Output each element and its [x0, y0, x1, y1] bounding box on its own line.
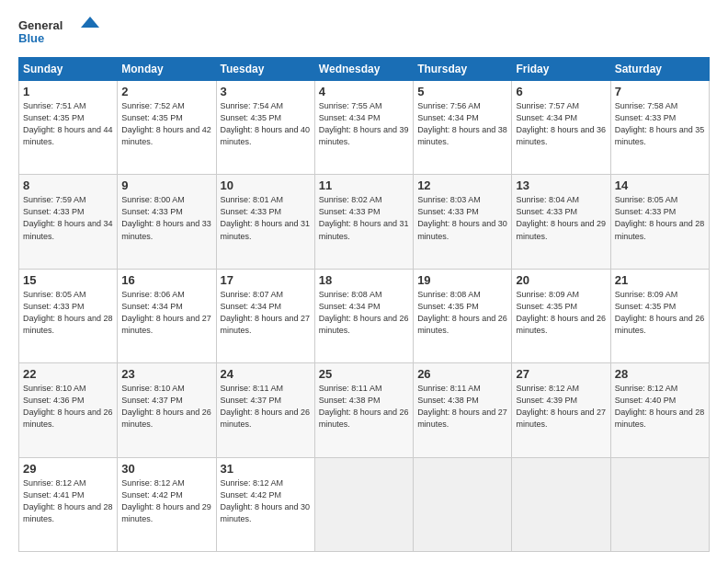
day-info: Sunrise: 7:52 AMSunset: 4:35 PMDaylight:… — [121, 100, 211, 148]
day-info: Sunrise: 8:10 AMSunset: 4:37 PMDaylight:… — [121, 383, 211, 431]
weekday-header-thursday: Thursday — [414, 58, 512, 81]
weekday-header-wednesday: Wednesday — [314, 58, 413, 81]
day-info: Sunrise: 8:11 AMSunset: 4:38 PMDaylight:… — [319, 383, 409, 431]
day-number: 2 — [121, 85, 211, 98]
calendar-cell: 18Sunrise: 8:08 AMSunset: 4:34 PMDayligh… — [314, 269, 413, 362]
day-info: Sunrise: 8:05 AMSunset: 4:33 PMDaylight:… — [23, 289, 113, 337]
day-number: 12 — [417, 178, 507, 192]
day-number: 16 — [121, 273, 211, 287]
day-info: Sunrise: 8:01 AMSunset: 4:33 PMDaylight:… — [221, 194, 311, 242]
calendar-cell: 27Sunrise: 8:12 AMSunset: 4:39 PMDayligh… — [512, 363, 610, 457]
day-number: 26 — [417, 367, 507, 381]
calendar-cell: 23Sunrise: 8:10 AMSunset: 4:37 PMDayligh… — [118, 363, 216, 457]
logo: General Blue — [18, 15, 101, 48]
calendar-cell: 15Sunrise: 8:05 AMSunset: 4:33 PMDayligh… — [19, 269, 118, 362]
day-info: Sunrise: 8:11 AMSunset: 4:37 PMDaylight:… — [221, 383, 311, 431]
day-info: Sunrise: 8:07 AMSunset: 4:34 PMDaylight:… — [221, 289, 311, 337]
calendar-cell: 21Sunrise: 8:09 AMSunset: 4:35 PMDayligh… — [610, 269, 709, 362]
calendar-cell: 8Sunrise: 7:59 AMSunset: 4:33 PMDaylight… — [19, 175, 118, 269]
calendar-cell: 30Sunrise: 8:12 AMSunset: 4:42 PMDayligh… — [118, 457, 216, 551]
calendar-cell: 10Sunrise: 8:01 AMSunset: 4:33 PMDayligh… — [216, 175, 314, 269]
day-info: Sunrise: 8:03 AMSunset: 4:33 PMDaylight:… — [417, 194, 507, 242]
day-number: 20 — [516, 273, 606, 287]
calendar-cell: 4Sunrise: 7:55 AMSunset: 4:34 PMDaylight… — [314, 81, 413, 175]
calendar-cell: 13Sunrise: 8:04 AMSunset: 4:33 PMDayligh… — [512, 175, 610, 269]
day-number: 24 — [221, 367, 311, 381]
day-number: 10 — [221, 178, 311, 192]
day-number: 9 — [121, 178, 211, 192]
day-info: Sunrise: 7:56 AMSunset: 4:34 PMDaylight:… — [417, 100, 507, 148]
calendar-cell — [314, 457, 413, 551]
day-info: Sunrise: 8:09 AMSunset: 4:35 PMDaylight:… — [615, 289, 705, 337]
day-number: 6 — [516, 85, 606, 98]
day-number: 4 — [319, 85, 409, 98]
day-number: 18 — [319, 273, 409, 287]
calendar-cell: 28Sunrise: 8:12 AMSunset: 4:40 PMDayligh… — [610, 363, 709, 457]
calendar-cell: 2Sunrise: 7:52 AMSunset: 4:35 PMDaylight… — [118, 81, 216, 175]
svg-text:General: General — [18, 18, 63, 32]
calendar-cell: 26Sunrise: 8:11 AMSunset: 4:38 PMDayligh… — [414, 363, 512, 457]
calendar-cell — [512, 457, 610, 551]
day-info: Sunrise: 7:59 AMSunset: 4:33 PMDaylight:… — [23, 194, 113, 242]
calendar-cell: 31Sunrise: 8:12 AMSunset: 4:42 PMDayligh… — [216, 457, 314, 551]
weekday-header-saturday: Saturday — [610, 58, 709, 81]
day-info: Sunrise: 8:11 AMSunset: 4:38 PMDaylight:… — [417, 383, 507, 431]
calendar-cell: 12Sunrise: 8:03 AMSunset: 4:33 PMDayligh… — [414, 175, 512, 269]
day-number: 14 — [615, 178, 705, 192]
day-number: 23 — [121, 367, 211, 381]
day-info: Sunrise: 8:02 AMSunset: 4:33 PMDaylight:… — [319, 194, 409, 242]
day-info: Sunrise: 8:08 AMSunset: 4:34 PMDaylight:… — [319, 289, 409, 337]
weekday-header-friday: Friday — [512, 58, 610, 81]
day-info: Sunrise: 8:12 AMSunset: 4:41 PMDaylight:… — [23, 477, 113, 525]
calendar-cell: 16Sunrise: 8:06 AMSunset: 4:34 PMDayligh… — [118, 269, 216, 362]
day-info: Sunrise: 8:12 AMSunset: 4:42 PMDaylight:… — [121, 477, 211, 525]
day-number: 29 — [23, 462, 113, 476]
calendar-cell: 3Sunrise: 7:54 AMSunset: 4:35 PMDaylight… — [216, 81, 314, 175]
day-number: 15 — [23, 273, 113, 287]
day-info: Sunrise: 8:00 AMSunset: 4:33 PMDaylight:… — [121, 194, 211, 242]
weekday-header-monday: Monday — [118, 58, 216, 81]
day-info: Sunrise: 8:05 AMSunset: 4:33 PMDaylight:… — [615, 194, 705, 242]
day-number: 1 — [23, 85, 113, 98]
day-number: 11 — [319, 178, 409, 192]
day-info: Sunrise: 7:57 AMSunset: 4:34 PMDaylight:… — [516, 100, 606, 148]
generalblue-logo: General Blue — [18, 15, 101, 48]
calendar-cell — [610, 457, 709, 551]
calendar-cell: 6Sunrise: 7:57 AMSunset: 4:34 PMDaylight… — [512, 81, 610, 175]
day-number: 22 — [23, 367, 113, 381]
header: General Blue — [18, 15, 710, 48]
day-info: Sunrise: 8:12 AMSunset: 4:42 PMDaylight:… — [221, 477, 311, 525]
calendar-cell: 9Sunrise: 8:00 AMSunset: 4:33 PMDaylight… — [118, 175, 216, 269]
day-number: 7 — [615, 85, 705, 98]
day-number: 25 — [319, 367, 409, 381]
day-info: Sunrise: 8:04 AMSunset: 4:33 PMDaylight:… — [516, 194, 606, 242]
day-number: 30 — [121, 462, 211, 476]
day-info: Sunrise: 7:55 AMSunset: 4:34 PMDaylight:… — [319, 100, 409, 148]
day-number: 19 — [417, 273, 507, 287]
calendar-cell — [414, 457, 512, 551]
calendar-cell: 19Sunrise: 8:08 AMSunset: 4:35 PMDayligh… — [414, 269, 512, 362]
day-number: 21 — [615, 273, 705, 287]
calendar-cell: 22Sunrise: 8:10 AMSunset: 4:36 PMDayligh… — [19, 363, 118, 457]
calendar-cell: 5Sunrise: 7:56 AMSunset: 4:34 PMDaylight… — [414, 81, 512, 175]
day-number: 17 — [221, 273, 311, 287]
day-info: Sunrise: 8:09 AMSunset: 4:35 PMDaylight:… — [516, 289, 606, 337]
weekday-header-tuesday: Tuesday — [216, 58, 314, 81]
calendar-cell: 17Sunrise: 8:07 AMSunset: 4:34 PMDayligh… — [216, 269, 314, 362]
day-number: 5 — [417, 85, 507, 98]
day-number: 8 — [23, 178, 113, 192]
calendar-cell: 7Sunrise: 7:58 AMSunset: 4:33 PMDaylight… — [610, 81, 709, 175]
day-info: Sunrise: 8:08 AMSunset: 4:35 PMDaylight:… — [417, 289, 507, 337]
calendar-page: General Blue SundayMondayTuesdayWednesda… — [0, 0, 728, 563]
day-info: Sunrise: 7:54 AMSunset: 4:35 PMDaylight:… — [221, 100, 311, 148]
calendar-table: SundayMondayTuesdayWednesdayThursdayFrid… — [18, 57, 710, 552]
day-info: Sunrise: 8:10 AMSunset: 4:36 PMDaylight:… — [23, 383, 113, 431]
calendar-cell: 20Sunrise: 8:09 AMSunset: 4:35 PMDayligh… — [512, 269, 610, 362]
day-number: 31 — [221, 462, 311, 476]
svg-marker-2 — [81, 17, 99, 28]
calendar-cell: 11Sunrise: 8:02 AMSunset: 4:33 PMDayligh… — [314, 175, 413, 269]
day-number: 28 — [615, 367, 705, 381]
calendar-cell: 29Sunrise: 8:12 AMSunset: 4:41 PMDayligh… — [19, 457, 118, 551]
calendar-cell: 14Sunrise: 8:05 AMSunset: 4:33 PMDayligh… — [610, 175, 709, 269]
day-info: Sunrise: 8:12 AMSunset: 4:40 PMDaylight:… — [615, 383, 705, 431]
